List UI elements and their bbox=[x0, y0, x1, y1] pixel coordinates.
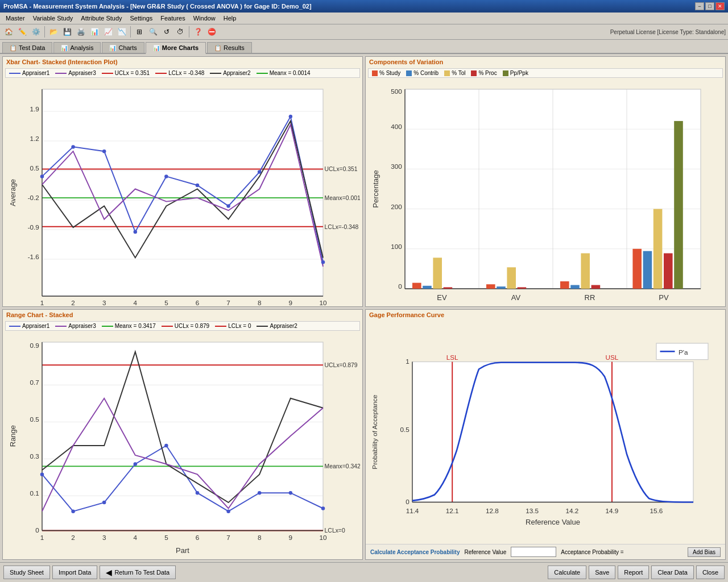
save-button[interactable]: Save bbox=[589, 566, 615, 579]
xbar-legend-uclx: UCLx = 0.351 bbox=[102, 70, 150, 76]
tab-charts[interactable]: 📊 Charts bbox=[102, 42, 144, 53]
svg-text:1: 1 bbox=[40, 299, 44, 306]
svg-point-35 bbox=[164, 174, 168, 178]
svg-text:300: 300 bbox=[391, 163, 402, 170]
range-legend-app1: Appraiser1 bbox=[9, 323, 49, 329]
tab-test-data[interactable]: 📋 Test Data bbox=[2, 42, 52, 53]
close-button[interactable]: Close bbox=[696, 566, 725, 579]
svg-text:LSL: LSL bbox=[446, 354, 458, 361]
xbar-legend-app1-line bbox=[9, 73, 20, 74]
toolbar-open[interactable]: 📂 bbox=[47, 26, 60, 38]
svg-text:8: 8 bbox=[258, 534, 262, 541]
svg-text:1: 1 bbox=[40, 534, 44, 541]
svg-rect-70 bbox=[518, 287, 527, 289]
toolbar-refresh[interactable]: ↺ bbox=[160, 26, 173, 38]
return-to-test-data-button[interactable]: ◀ Return To Test Data bbox=[100, 566, 176, 579]
cov-legend: % Study % Contrib % Tol % Proc Pp/Ppk bbox=[368, 68, 723, 78]
tab-test-data-icon: 📋 bbox=[10, 45, 16, 51]
performance-chart-panel: Gage Performance Curve P'a Probability o… bbox=[365, 309, 726, 560]
svg-text:0.5: 0.5 bbox=[30, 164, 40, 172]
xbar-legend-app2: Appraiser2 bbox=[210, 70, 250, 76]
svg-text:Meanx=0.001: Meanx=0.001 bbox=[325, 195, 360, 201]
clear-data-button[interactable]: Clear Data bbox=[651, 566, 694, 579]
svg-rect-124 bbox=[412, 362, 693, 502]
toolbar-save[interactable]: 💾 bbox=[61, 26, 73, 38]
tab-analysis[interactable]: 📊 Analysis bbox=[53, 42, 101, 53]
menu-help[interactable]: Help bbox=[220, 14, 240, 23]
report-label: Report bbox=[624, 569, 643, 576]
cov-chart-inner: Percentage Component 0 100 200 300 400 5… bbox=[366, 79, 725, 307]
toolbar-settings[interactable]: ⚙️ bbox=[30, 26, 42, 38]
tab-results[interactable]: 📋 Results bbox=[207, 42, 252, 53]
title-bar: ProMSA - Measurement System Analysis - [… bbox=[0, 0, 728, 13]
xbar-legend-lcl-label: LCLx = -0.348 bbox=[168, 70, 204, 76]
svg-text:6: 6 bbox=[196, 534, 200, 541]
toolbar-chart1[interactable]: 📊 bbox=[88, 26, 101, 38]
range-legend-lcl-line bbox=[215, 326, 226, 327]
svg-point-116 bbox=[196, 491, 200, 495]
toolbar-zoom[interactable]: 🔍 bbox=[147, 26, 159, 38]
svg-text:0.9: 0.9 bbox=[30, 342, 39, 349]
toolbar-chart2[interactable]: 📈 bbox=[102, 26, 114, 38]
toolbar-clock[interactable]: ⏱ bbox=[174, 26, 187, 38]
cov-chart-title: Components of Variation bbox=[366, 57, 725, 67]
minimize-button[interactable]: − bbox=[695, 2, 704, 10]
close-button[interactable]: ✕ bbox=[715, 2, 725, 10]
ref-value-input[interactable] bbox=[511, 547, 556, 557]
svg-text:0.5: 0.5 bbox=[30, 415, 40, 423]
menu-features[interactable]: Features bbox=[157, 14, 188, 23]
toolbar-print[interactable]: 🖨️ bbox=[75, 26, 87, 38]
tab-more-charts[interactable]: 📊 More Charts bbox=[146, 42, 206, 54]
svg-text:0.1: 0.1 bbox=[30, 489, 39, 497]
svg-text:14.2: 14.2 bbox=[565, 507, 578, 514]
add-bias-button[interactable]: Add Bias bbox=[688, 547, 721, 557]
xbar-legend-mean-label: Meanx = 0.0014 bbox=[270, 70, 311, 76]
study-sheet-label: Study Sheet bbox=[10, 569, 44, 576]
xbar-legend-app3: Appraiser3 bbox=[55, 70, 96, 76]
menu-attribute-study[interactable]: Attribute Study bbox=[77, 14, 125, 23]
menu-window[interactable]: Window bbox=[190, 14, 219, 23]
import-data-button[interactable]: Import Data bbox=[52, 566, 97, 579]
toolbar-edit[interactable]: ✏️ bbox=[16, 26, 28, 38]
svg-text:5: 5 bbox=[164, 534, 168, 541]
menu-master[interactable]: Master bbox=[2, 14, 28, 23]
prob-label: Acceptance Probability = bbox=[561, 549, 623, 555]
xbar-legend: Appraiser1 Appraiser3 UCLx = 0.351 LCLx … bbox=[5, 68, 360, 78]
import-data-label: Import Data bbox=[59, 569, 91, 576]
svg-text:Range: Range bbox=[9, 425, 17, 447]
toolbar-chart3[interactable]: 📉 bbox=[115, 26, 128, 38]
range-legend-app3-line bbox=[55, 326, 67, 327]
svg-rect-67 bbox=[486, 284, 495, 289]
svg-text:10: 10 bbox=[319, 299, 327, 306]
menu-variable-study[interactable]: Variable Study bbox=[30, 14, 77, 23]
calculate-button[interactable]: Calculate bbox=[548, 566, 586, 579]
svg-point-118 bbox=[258, 491, 262, 495]
cov-legend-contrib-box bbox=[406, 70, 412, 76]
report-button[interactable]: Report bbox=[618, 566, 649, 579]
svg-text:6: 6 bbox=[196, 299, 200, 306]
toolbar-help[interactable]: ❓ bbox=[192, 26, 204, 38]
tab-charts-label: Charts bbox=[118, 44, 136, 51]
study-sheet-button[interactable]: Study Sheet bbox=[3, 566, 50, 579]
svg-text:2: 2 bbox=[71, 299, 75, 306]
svg-text:LCLx=0: LCLx=0 bbox=[325, 527, 345, 534]
svg-text:RR: RR bbox=[585, 293, 595, 302]
svg-rect-78 bbox=[664, 253, 673, 289]
svg-text:100: 100 bbox=[391, 243, 402, 250]
toolbar-sep1 bbox=[44, 26, 45, 38]
cov-legend-tol-box bbox=[444, 70, 450, 76]
toolbar-stop[interactable]: ⛔ bbox=[205, 26, 218, 38]
range-legend-mean-label: Meanx = 0.3417 bbox=[115, 323, 156, 329]
svg-point-112 bbox=[71, 509, 75, 513]
main-content: Xbar Chart- Stacked (Interaction Plot) A… bbox=[0, 54, 728, 562]
toolbar-grid[interactable]: ⊞ bbox=[133, 26, 146, 38]
bottom-bar: Study Sheet Import Data ◀ Return To Test… bbox=[0, 562, 728, 581]
toolbar-home[interactable]: 🏠 bbox=[2, 26, 15, 38]
menu-settings[interactable]: Settings bbox=[127, 14, 156, 23]
svg-rect-64 bbox=[423, 286, 432, 289]
svg-text:0: 0 bbox=[406, 498, 410, 505]
svg-text:9: 9 bbox=[289, 299, 293, 306]
xbar-chart-title: Xbar Chart- Stacked (Interaction Plot) bbox=[3, 57, 362, 67]
svg-text:Percentage: Percentage bbox=[371, 170, 380, 208]
restore-button[interactable]: □ bbox=[705, 2, 714, 10]
